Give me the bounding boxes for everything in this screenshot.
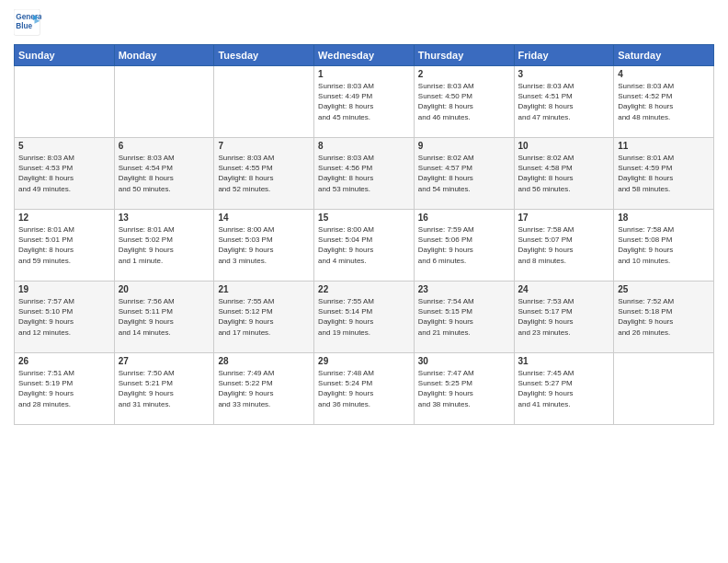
day-number: 26: [18, 356, 110, 366]
calendar-cell: 14Sunrise: 8:00 AM Sunset: 5:03 PM Dayli…: [214, 210, 314, 282]
day-number: 28: [218, 356, 310, 366]
calendar-cell: 25Sunrise: 7:52 AM Sunset: 5:18 PM Dayli…: [614, 282, 714, 353]
page: General Blue SundayMondayTuesdayWednesda…: [0, 0, 728, 563]
day-info: Sunrise: 8:03 AM Sunset: 4:51 PM Dayligh…: [518, 81, 610, 122]
day-number: 4: [618, 69, 710, 79]
day-info: Sunrise: 7:54 AM Sunset: 5:15 PM Dayligh…: [418, 296, 510, 338]
calendar-week-row: 1Sunrise: 8:03 AM Sunset: 4:49 PM Daylig…: [15, 66, 714, 138]
day-number: 2: [418, 69, 510, 79]
day-info: Sunrise: 7:53 AM Sunset: 5:17 PM Dayligh…: [518, 296, 610, 338]
logo: General Blue: [14, 9, 45, 37]
day-info: Sunrise: 8:02 AM Sunset: 4:58 PM Dayligh…: [518, 153, 610, 194]
calendar-cell: [614, 353, 714, 425]
day-number: 5: [18, 141, 110, 151]
day-number: 24: [518, 284, 610, 294]
day-info: Sunrise: 8:00 AM Sunset: 5:03 PM Dayligh…: [218, 224, 310, 266]
day-info: Sunrise: 7:55 AM Sunset: 5:14 PM Dayligh…: [318, 296, 410, 338]
day-info: Sunrise: 8:00 AM Sunset: 5:04 PM Dayligh…: [318, 224, 410, 266]
day-number: 19: [18, 284, 110, 294]
day-info: Sunrise: 8:01 AM Sunset: 5:01 PM Dayligh…: [18, 224, 110, 266]
day-number: 29: [318, 356, 410, 366]
header-row: SundayMondayTuesdayWednesdayThursdayFrid…: [15, 45, 714, 66]
calendar-cell: [214, 66, 314, 138]
calendar-cell: 3Sunrise: 8:03 AM Sunset: 4:51 PM Daylig…: [514, 66, 614, 138]
day-info: Sunrise: 7:55 AM Sunset: 5:12 PM Dayligh…: [218, 296, 310, 338]
weekday-header: Saturday: [614, 45, 714, 66]
day-number: 7: [218, 141, 310, 151]
calendar-cell: 15Sunrise: 8:00 AM Sunset: 5:04 PM Dayli…: [314, 210, 415, 282]
weekday-header: Friday: [514, 45, 614, 66]
day-info: Sunrise: 7:50 AM Sunset: 5:21 PM Dayligh…: [119, 368, 210, 409]
day-info: Sunrise: 8:03 AM Sunset: 4:53 PM Dayligh…: [18, 153, 110, 194]
calendar-cell: 22Sunrise: 7:55 AM Sunset: 5:14 PM Dayli…: [314, 282, 415, 353]
day-info: Sunrise: 7:58 AM Sunset: 5:08 PM Dayligh…: [618, 224, 710, 266]
calendar-cell: 16Sunrise: 7:59 AM Sunset: 5:06 PM Dayli…: [414, 210, 514, 282]
calendar-cell: 19Sunrise: 7:57 AM Sunset: 5:10 PM Dayli…: [15, 282, 115, 353]
day-info: Sunrise: 8:03 AM Sunset: 4:56 PM Dayligh…: [318, 153, 410, 194]
day-number: 11: [618, 141, 710, 151]
day-info: Sunrise: 7:58 AM Sunset: 5:07 PM Dayligh…: [518, 224, 610, 266]
day-info: Sunrise: 8:01 AM Sunset: 4:59 PM Dayligh…: [618, 153, 710, 194]
calendar-cell: [114, 66, 214, 138]
day-number: 22: [318, 284, 410, 294]
calendar-cell: 24Sunrise: 7:53 AM Sunset: 5:17 PM Dayli…: [514, 282, 614, 353]
calendar-cell: 11Sunrise: 8:01 AM Sunset: 4:59 PM Dayli…: [614, 138, 714, 210]
day-info: Sunrise: 7:49 AM Sunset: 5:22 PM Dayligh…: [218, 368, 310, 409]
calendar-cell: [15, 66, 115, 138]
day-info: Sunrise: 7:47 AM Sunset: 5:25 PM Dayligh…: [418, 368, 510, 409]
calendar-cell: 4Sunrise: 8:03 AM Sunset: 4:52 PM Daylig…: [614, 66, 714, 138]
weekday-header: Wednesday: [314, 45, 415, 66]
day-number: 6: [119, 141, 210, 151]
day-number: 23: [418, 284, 510, 294]
calendar-cell: 10Sunrise: 8:02 AM Sunset: 4:58 PM Dayli…: [514, 138, 614, 210]
day-number: 21: [218, 284, 310, 294]
weekday-header: Tuesday: [214, 45, 314, 66]
day-number: 25: [618, 284, 710, 294]
calendar-cell: 30Sunrise: 7:47 AM Sunset: 5:25 PM Dayli…: [414, 353, 514, 425]
calendar-cell: 13Sunrise: 8:01 AM Sunset: 5:02 PM Dayli…: [114, 210, 214, 282]
calendar-cell: 29Sunrise: 7:48 AM Sunset: 5:24 PM Dayli…: [314, 353, 415, 425]
calendar-week-row: 5Sunrise: 8:03 AM Sunset: 4:53 PM Daylig…: [15, 138, 714, 210]
calendar-cell: 12Sunrise: 8:01 AM Sunset: 5:01 PM Dayli…: [15, 210, 115, 282]
calendar-cell: 21Sunrise: 7:55 AM Sunset: 5:12 PM Dayli…: [214, 282, 314, 353]
day-info: Sunrise: 7:48 AM Sunset: 5:24 PM Dayligh…: [318, 368, 410, 409]
calendar-cell: 20Sunrise: 7:56 AM Sunset: 5:11 PM Dayli…: [114, 282, 214, 353]
weekday-header: Monday: [114, 45, 214, 66]
calendar-cell: 9Sunrise: 8:02 AM Sunset: 4:57 PM Daylig…: [414, 138, 514, 210]
calendar-table: SundayMondayTuesdayWednesdayThursdayFrid…: [14, 44, 714, 425]
svg-text:Blue: Blue: [16, 22, 32, 30]
day-info: Sunrise: 7:45 AM Sunset: 5:27 PM Dayligh…: [518, 368, 610, 409]
calendar-cell: 31Sunrise: 7:45 AM Sunset: 5:27 PM Dayli…: [514, 353, 614, 425]
day-number: 30: [418, 356, 510, 366]
calendar-cell: 18Sunrise: 7:58 AM Sunset: 5:08 PM Dayli…: [614, 210, 714, 282]
calendar-cell: 1Sunrise: 8:03 AM Sunset: 4:49 PM Daylig…: [314, 66, 415, 138]
calendar-week-row: 12Sunrise: 8:01 AM Sunset: 5:01 PM Dayli…: [15, 210, 714, 282]
day-info: Sunrise: 8:03 AM Sunset: 4:54 PM Dayligh…: [119, 153, 210, 194]
day-number: 14: [218, 213, 310, 223]
day-info: Sunrise: 8:03 AM Sunset: 4:52 PM Dayligh…: [618, 81, 710, 122]
calendar-cell: 5Sunrise: 8:03 AM Sunset: 4:53 PM Daylig…: [15, 138, 115, 210]
calendar-week-row: 19Sunrise: 7:57 AM Sunset: 5:10 PM Dayli…: [15, 282, 714, 353]
calendar-cell: 28Sunrise: 7:49 AM Sunset: 5:22 PM Dayli…: [214, 353, 314, 425]
calendar-cell: 8Sunrise: 8:03 AM Sunset: 4:56 PM Daylig…: [314, 138, 415, 210]
logo-icon: General Blue: [14, 9, 41, 37]
calendar-cell: 17Sunrise: 7:58 AM Sunset: 5:07 PM Dayli…: [514, 210, 614, 282]
calendar-cell: 27Sunrise: 7:50 AM Sunset: 5:21 PM Dayli…: [114, 353, 214, 425]
weekday-header: Thursday: [414, 45, 514, 66]
day-number: 8: [318, 141, 410, 151]
calendar-cell: 7Sunrise: 8:03 AM Sunset: 4:55 PM Daylig…: [214, 138, 314, 210]
day-number: 17: [518, 213, 610, 223]
calendar-cell: 6Sunrise: 8:03 AM Sunset: 4:54 PM Daylig…: [114, 138, 214, 210]
day-number: 1: [318, 69, 410, 79]
day-number: 16: [418, 213, 510, 223]
day-number: 27: [119, 356, 210, 366]
calendar-week-row: 26Sunrise: 7:51 AM Sunset: 5:19 PM Dayli…: [15, 353, 714, 425]
header: General Blue: [14, 9, 714, 37]
day-info: Sunrise: 8:03 AM Sunset: 4:49 PM Dayligh…: [318, 81, 410, 122]
day-info: Sunrise: 7:59 AM Sunset: 5:06 PM Dayligh…: [418, 224, 510, 266]
day-number: 18: [618, 213, 710, 223]
calendar-cell: 2Sunrise: 8:03 AM Sunset: 4:50 PM Daylig…: [414, 66, 514, 138]
calendar-cell: 26Sunrise: 7:51 AM Sunset: 5:19 PM Dayli…: [15, 353, 115, 425]
day-number: 12: [18, 213, 110, 223]
day-info: Sunrise: 8:02 AM Sunset: 4:57 PM Dayligh…: [418, 153, 510, 194]
